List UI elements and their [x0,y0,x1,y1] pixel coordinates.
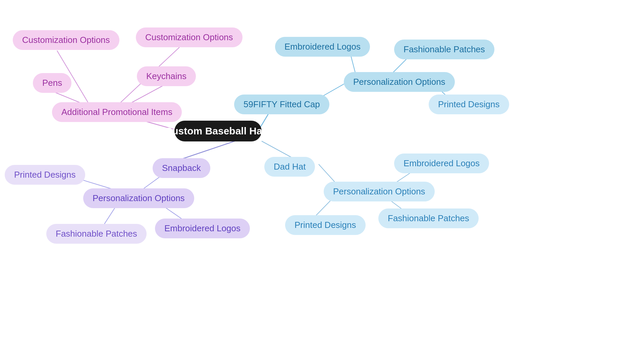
node-snapback: Snapback [153,158,210,178]
node-personalization-options-59: Personalization Options [344,72,455,92]
node-printed-designs-dad: Printed Designs [285,215,366,235]
node-personalization-options-snapback: Personalization Options [83,188,194,208]
node-embroidered-logos-dad: Embroidered Logos [394,154,489,173]
node-personalization-options-dad: Personalization Options [324,182,435,201]
node-fashionable-patches-snapback: Fashionable Patches [46,224,147,244]
svg-line-16 [319,164,335,183]
node-keychains: Keychains [137,66,196,86]
center-node: Custom Baseball Hats [174,121,262,141]
node-printed-designs-59: Printed Designs [429,95,509,114]
node-59fifty: 59FIFTY Fitted Cap [234,95,329,114]
node-fashionable-patches-dad: Fashionable Patches [378,208,479,228]
svg-line-4 [129,86,163,104]
node-dad-hat: Dad Hat [264,157,315,177]
node-printed-designs-snapback: Printed Designs [5,165,85,185]
node-customization-options-2: Customization Options [136,27,243,47]
node-fashionable-patches-59: Fashionable Patches [394,40,494,59]
node-customization-options-1: Customization Options [13,30,119,50]
svg-line-15 [262,141,292,158]
node-embroidered-logos-59: Embroidered Logos [275,37,370,57]
node-pens: Pens [33,73,71,93]
node-additional-promo: Additional Promotional Items [52,102,182,122]
svg-line-5 [181,141,235,159]
node-embroidered-logos-snapback: Embroidered Logos [155,219,250,238]
